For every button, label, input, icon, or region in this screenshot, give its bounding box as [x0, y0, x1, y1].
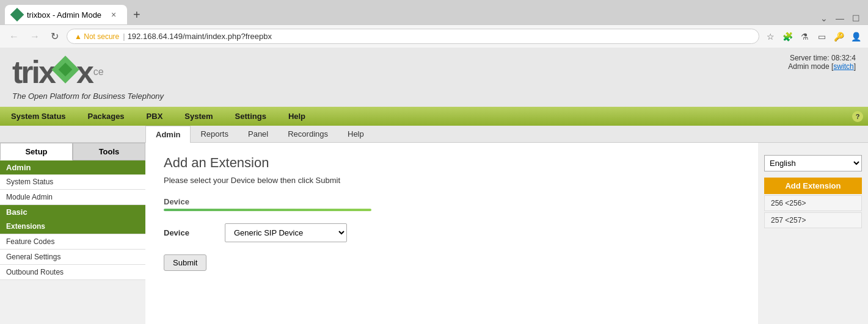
address-bar[interactable]: ▲ Not secure | 192.168.64.149/maint/inde…: [67, 29, 759, 44]
switch-link[interactable]: switch: [833, 62, 853, 71]
profile-icon[interactable]: 👤: [850, 31, 862, 43]
sidebar-section: Admin System Status Module Admin Basic E…: [0, 160, 145, 280]
nav-help[interactable]: Help: [277, 109, 316, 123]
new-tab-button[interactable]: +: [127, 5, 147, 24]
logo-diamond: [51, 56, 79, 83]
logo-area: trix x ce The Open Platform for Business…: [12, 54, 164, 101]
main-content: Add an Extension Please select your Devi…: [145, 143, 758, 324]
maximize-button[interactable]: ☐: [850, 12, 862, 24]
browser-chrome: trixbox - Admin Mode × + ⌄ — ☐ ← → ↻ ▲ N…: [0, 0, 868, 48]
tab-title: trixbox - Admin Mode: [27, 10, 101, 20]
key-icon[interactable]: 🔑: [833, 31, 845, 43]
device-form-row: Device Generic SIP Device: [164, 223, 740, 242]
sidebar-tabs: Setup Tools: [0, 143, 145, 160]
sidebar-tab-tools[interactable]: Tools: [73, 143, 145, 160]
forward-button[interactable]: →: [27, 30, 43, 43]
flask-icon[interactable]: ⚗: [798, 31, 811, 43]
logo: trix x ce: [12, 54, 164, 90]
right-panel-title: Add Extension: [764, 178, 862, 194]
sidebar-section-header: Admin: [0, 160, 145, 175]
logo-diamond-inner: [59, 63, 73, 77]
sidebar: Setup Tools Admin System Status Module A…: [0, 143, 145, 324]
subnav-recordings[interactable]: Recordings: [278, 126, 338, 142]
sidebar-item-feature-codes[interactable]: Feature Codes: [0, 234, 145, 250]
minimize-button[interactable]: —: [834, 12, 846, 24]
help-icon-circle[interactable]: ?: [852, 111, 863, 122]
subnav-help[interactable]: Help: [338, 126, 374, 142]
sidebar-item-extensions[interactable]: Extensions: [0, 219, 145, 234]
subnav-panel[interactable]: Panel: [238, 126, 278, 142]
sidebar-tab-setup[interactable]: Setup: [0, 143, 73, 160]
sidebar-item-general-settings[interactable]: General Settings: [0, 250, 145, 265]
language-select[interactable]: English: [764, 155, 862, 171]
browser-tab-bar: trixbox - Admin Mode × + ⌄ — ☐: [0, 0, 868, 24]
security-warning: ▲ Not secure: [75, 32, 119, 41]
admin-mode: Admin mode [switch]: [788, 62, 856, 71]
language-select-container: English: [764, 155, 862, 171]
main-nav: System Status Packages PBX System Settin…: [0, 107, 868, 126]
page-title: Add an Extension: [164, 155, 740, 171]
device-label: Device: [164, 228, 225, 237]
browser-tab[interactable]: trixbox - Admin Mode ×: [5, 5, 127, 24]
logo-trix: trix: [12, 54, 54, 90]
admin-mode-text: Admin mode [: [788, 62, 833, 71]
extension-257[interactable]: 257 <257>: [764, 212, 862, 228]
tagline: The Open Platform for Business Telephony: [12, 92, 164, 101]
subnav-admin[interactable]: Admin: [145, 126, 191, 143]
tab-close-button[interactable]: ×: [111, 10, 116, 20]
page-subtitle: Please select your Device below then cli…: [164, 176, 740, 185]
extensions-icon[interactable]: 🧩: [781, 31, 793, 43]
right-panel: English Add Extension 256 <256> 257 <257…: [758, 143, 868, 324]
browser-toolbar: ← → ↻ ▲ Not secure | 192.168.64.149/main…: [0, 24, 868, 48]
submit-button[interactable]: Submit: [164, 254, 206, 271]
sidebar-item-system-status[interactable]: System Status: [0, 175, 145, 190]
back-button[interactable]: ←: [6, 30, 22, 43]
server-time: Server time: 08:32:4: [788, 54, 856, 62]
header-info: Server time: 08:32:4 Admin mode [switch]: [788, 54, 856, 71]
tab-list-button[interactable]: ⌄: [818, 12, 830, 24]
device-section-label: Device: [164, 197, 740, 206]
nav-system[interactable]: System: [173, 109, 224, 123]
submit-row: Submit: [164, 254, 740, 271]
sidebar-item-outbound-routes[interactable]: Outbound Routes: [0, 265, 145, 280]
bookmark-icon[interactable]: ☆: [764, 31, 776, 43]
page-header: trix x ce The Open Platform for Business…: [0, 48, 868, 107]
admin-mode-close: ]: [854, 62, 856, 71]
reload-button[interactable]: ↻: [48, 29, 62, 43]
tab-favicon: [10, 8, 24, 22]
nav-packages[interactable]: Packages: [77, 109, 136, 123]
window-icon[interactable]: ▭: [815, 31, 828, 43]
content-area: Setup Tools Admin System Status Module A…: [0, 143, 868, 324]
sidebar-basic-header: Basic: [0, 205, 145, 219]
logo-box: x: [76, 54, 92, 90]
device-select[interactable]: Generic SIP Device: [225, 223, 347, 242]
section-divider: [164, 209, 371, 211]
extension-256[interactable]: 256 <256>: [764, 195, 862, 211]
url-text: 192.168.64.149/maint/index.php?freepbx: [128, 32, 272, 41]
browser-actions: ☆ 🧩 ⚗ ▭ 🔑 👤: [764, 31, 862, 43]
nav-system-status[interactable]: System Status: [0, 109, 77, 123]
sub-nav: Admin Reports Panel Recordings Help: [0, 126, 868, 143]
subnav-reports[interactable]: Reports: [191, 126, 238, 142]
nav-settings[interactable]: Settings: [224, 109, 277, 123]
separator: |: [123, 32, 125, 41]
nav-pbx[interactable]: PBX: [136, 109, 174, 123]
sidebar-item-module-admin[interactable]: Module Admin: [0, 190, 145, 205]
logo-ce: ce: [93, 67, 104, 77]
